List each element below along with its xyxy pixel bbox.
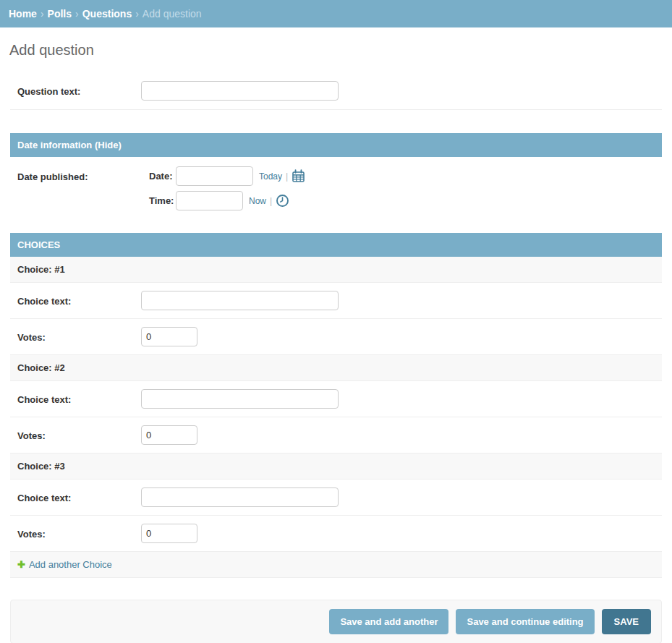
datetime-widget: Date: Today | [141,166,305,210]
question-text-label: Question text: [17,81,141,97]
calendar-icon[interactable] [292,169,305,183]
time-line: Time: Now | [141,191,305,210]
choice-2-text-input[interactable] [141,389,339,409]
choice-2-header: Choice: #2 [10,355,662,381]
date-published-label: Date published: [17,166,141,182]
choice-text-label: Choice text: [17,389,141,405]
breadcrumb-current: Add question [143,8,202,20]
add-question-form: Question text: Date information (Hide) D… [10,72,662,643]
choice-1-votes-input[interactable] [141,327,197,346]
choice-1-header: Choice: #1 [10,257,662,283]
choices-group: CHOICES Choice: #1 Choice text: Votes: [10,233,662,578]
clock-icon[interactable] [276,194,289,208]
choice-text-label: Choice text: [17,487,141,503]
votes-label: Votes: [17,425,141,441]
choice-3-text-row: Choice text: [10,480,662,516]
choice-3-votes-input[interactable] [141,524,197,543]
date-information-fieldset: Date information (Hide) Date published: … [10,133,662,221]
add-another-choice-label: Add another Choice [29,559,112,570]
now-link[interactable]: Now [249,196,266,206]
save-and-add-another-button[interactable]: Save and add another [329,609,448,634]
plus-icon: ✚ [17,559,25,570]
date-shortcuts: Today | [259,169,305,183]
choice-3-votes-row: Votes: [10,516,662,552]
today-link[interactable]: Today [259,171,282,182]
time-shortcuts: Now | [249,194,289,208]
breadcrumb-questions[interactable]: Questions [82,8,132,20]
date-information-header: Date information (Hide) [10,133,662,157]
question-text-row: Question text: [10,72,662,110]
date-published-row: Date published: Date: Today | [10,157,662,221]
date-sublabel: Date: [141,171,176,182]
breadcrumb-separator: › [41,8,44,20]
shortcut-separator: | [286,171,288,182]
save-and-continue-editing-button[interactable]: Save and continue editing [456,609,594,634]
choice-2-text-row: Choice text: [10,381,662,417]
choice-3-header: Choice: #3 [10,453,662,480]
submit-row: Save and add another Save and continue e… [10,600,662,643]
breadcrumb-separator: › [75,8,79,20]
choice-3-text-input[interactable] [141,487,339,507]
choice-2-votes-input[interactable] [141,425,197,445]
date-input[interactable] [176,166,253,186]
choices-header: CHOICES [10,233,662,257]
collapse-toggle-link[interactable]: (Hide) [95,140,122,150]
date-line: Date: Today | [141,166,305,186]
choice-2-votes-row: Votes: [10,417,662,453]
page-title: Add question [9,42,663,59]
breadcrumb: Home›Polls›Questions›Add question [0,0,672,27]
choice-inline-1: Choice: #1 Choice text: Votes: [10,257,662,355]
save-button[interactable]: SAVE [602,609,651,634]
time-input[interactable] [176,191,243,210]
question-text-input[interactable] [141,81,339,101]
choice-inline-3: Choice: #3 Choice text: Votes: [10,453,662,552]
shortcut-separator: | [270,196,272,206]
choice-1-text-row: Choice text: [10,283,662,319]
add-row: ✚Add another Choice [10,552,662,578]
add-another-choice-link[interactable]: ✚Add another Choice [17,559,112,570]
date-information-title: Date information [17,140,92,150]
breadcrumb-polls[interactable]: Polls [48,8,72,20]
choice-1-text-input[interactable] [141,291,339,310]
votes-label: Votes: [17,327,141,343]
votes-label: Votes: [17,524,141,540]
content: Question text: Date information (Hide) D… [10,72,662,643]
choice-text-label: Choice text: [17,291,141,307]
breadcrumb-home[interactable]: Home [9,8,37,20]
time-sublabel: Time: [141,195,176,206]
choice-inline-2: Choice: #2 Choice text: Votes: [10,355,662,453]
choice-1-votes-row: Votes: [10,319,662,355]
add-question-page: Home›Polls›Questions›Add question Add qu… [0,0,672,643]
breadcrumb-separator: › [135,8,139,20]
